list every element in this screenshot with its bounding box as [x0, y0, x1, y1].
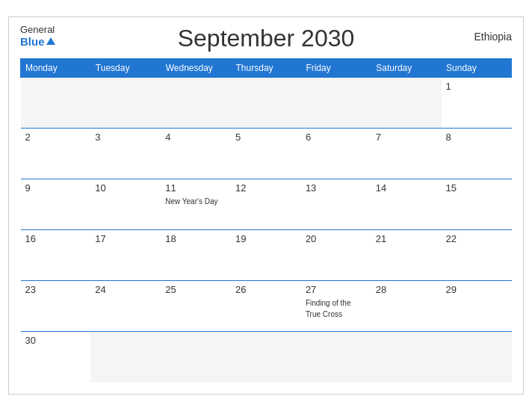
calendar-cell: 5: [231, 129, 301, 179]
day-number: 14: [376, 182, 437, 194]
calendar-cell: 8: [442, 129, 512, 179]
calendar-cell: 12: [231, 179, 301, 230]
calendar-cell: 28: [371, 281, 442, 332]
week-row-2: 2345678: [21, 129, 512, 179]
calendar-header: General Blue September 2030 Ethiopia: [20, 25, 512, 52]
week-row-1: 1: [21, 78, 512, 129]
calendar-cell: [90, 78, 161, 129]
calendar-cell: [90, 332, 161, 383]
day-number: 15: [446, 182, 507, 194]
calendar-cell: 15: [442, 179, 512, 230]
calendar-cell: 7: [371, 129, 442, 179]
event-label: New Year's Day: [165, 197, 217, 206]
calendar-cell: 6: [301, 129, 371, 179]
day-number: 22: [446, 233, 507, 244]
calendar-cell: [21, 78, 91, 129]
day-number: 4: [165, 132, 226, 143]
weekday-header-saturday: Saturday: [371, 59, 442, 78]
brand-general-text: General: [20, 25, 55, 35]
day-number: 13: [306, 182, 367, 194]
calendar-cell: 1: [442, 78, 512, 129]
day-number: 10: [95, 182, 156, 194]
calendar-grid: MondayTuesdayWednesdayThursdayFridaySatu…: [20, 58, 512, 383]
day-number: 27: [306, 284, 367, 295]
day-number: 8: [446, 132, 507, 143]
day-number: 30: [25, 335, 87, 346]
calendar-cell: 26: [231, 281, 301, 332]
day-number: 20: [306, 233, 367, 244]
calendar-cell: [161, 78, 231, 129]
day-number: 7: [376, 132, 437, 143]
day-number: 25: [165, 284, 226, 295]
calendar-cell: 14: [371, 179, 442, 230]
calendar-cell: 9: [21, 179, 91, 230]
week-row-4: 16171819202122: [21, 230, 512, 281]
calendar-cell: [371, 332, 442, 383]
week-row-6: 30: [21, 332, 512, 383]
day-number: 16: [25, 233, 87, 244]
weekday-header-friday: Friday: [301, 59, 371, 78]
calendar-cell: 29: [442, 281, 512, 332]
calendar-cell: 25: [161, 281, 231, 332]
brand-logo: General Blue: [20, 25, 55, 48]
calendar-cell: 27Finding of the True Cross: [301, 281, 371, 332]
calendar-cell: 10: [90, 179, 161, 230]
day-number: 11: [165, 182, 226, 194]
calendar-cell: [301, 332, 371, 383]
calendar-cell: 4: [161, 129, 231, 179]
calendar-cell: 24: [90, 281, 161, 332]
weekday-header-thursday: Thursday: [231, 59, 301, 78]
day-number: 28: [376, 284, 437, 295]
day-number: 26: [235, 284, 297, 295]
calendar-cell: 3: [90, 129, 161, 179]
calendar-title: September 2030: [178, 25, 355, 52]
calendar-cell: 22: [442, 230, 512, 281]
day-number: 9: [25, 182, 87, 194]
weekday-header-row: MondayTuesdayWednesdayThursdayFridaySatu…: [21, 59, 512, 78]
calendar-cell: 16: [21, 230, 91, 281]
day-number: 29: [446, 284, 507, 295]
calendar-cell: [442, 332, 512, 383]
day-number: 17: [95, 233, 156, 244]
day-number: 2: [25, 132, 87, 143]
calendar-cell: 21: [371, 230, 442, 281]
calendar-cell: 2: [21, 129, 91, 179]
calendar-cell: 18: [161, 230, 231, 281]
calendar-container: General Blue September 2030 Ethiopia Mon…: [8, 16, 524, 395]
calendar-cell: 20: [301, 230, 371, 281]
brand-blue-text: Blue: [20, 36, 55, 49]
calendar-cell: 13: [301, 179, 371, 230]
calendar-cell: [231, 78, 301, 129]
day-number: 3: [95, 132, 156, 143]
calendar-cell: [161, 332, 231, 383]
day-number: 19: [235, 233, 297, 244]
day-number: 18: [165, 233, 226, 244]
weekday-header-tuesday: Tuesday: [90, 59, 161, 78]
day-number: 24: [95, 284, 156, 295]
calendar-cell: 30: [21, 332, 91, 383]
day-number: 6: [306, 132, 367, 143]
calendar-cell: 19: [231, 230, 301, 281]
calendar-cell: 17: [90, 230, 161, 281]
brand-triangle-icon: [46, 37, 55, 45]
calendar-cell: 23: [21, 281, 91, 332]
day-number: 5: [235, 132, 297, 143]
day-number: 21: [376, 233, 437, 244]
day-number: 12: [235, 182, 297, 194]
week-row-3: 91011New Year's Day12131415: [21, 179, 512, 230]
day-number: 1: [446, 81, 507, 92]
week-row-5: 2324252627Finding of the True Cross2829: [21, 281, 512, 332]
event-label: Finding of the True Cross: [306, 299, 351, 318]
country-label: Ethiopia: [474, 31, 512, 43]
calendar-cell: [231, 332, 301, 383]
calendar-cell: [371, 78, 442, 129]
day-number: 23: [25, 284, 87, 295]
weekday-header-sunday: Sunday: [442, 59, 512, 78]
weekday-header-monday: Monday: [21, 59, 91, 78]
calendar-cell: [301, 78, 371, 129]
weekday-header-wednesday: Wednesday: [161, 59, 231, 78]
calendar-cell: 11New Year's Day: [161, 179, 231, 230]
